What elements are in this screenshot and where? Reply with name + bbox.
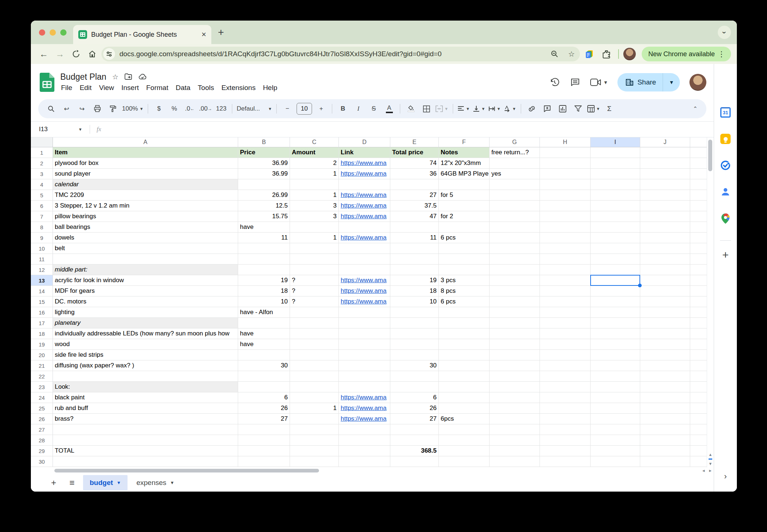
strikethrough-button[interactable]: S xyxy=(366,102,381,115)
cell-A14[interactable]: MDF for gears xyxy=(53,286,238,296)
cell-J12[interactable] xyxy=(640,265,690,275)
cell-E14[interactable]: 18 xyxy=(390,286,439,296)
cell-B2[interactable]: 36.99 xyxy=(238,158,290,169)
cell-B8[interactable]: have xyxy=(238,222,290,233)
docs-stack-icon[interactable] xyxy=(582,47,597,61)
cell-F9[interactable]: 6 pcs xyxy=(439,233,490,243)
cell-C25[interactable]: 1 xyxy=(290,403,339,414)
column-header-B[interactable]: B xyxy=(238,137,290,147)
cell-B12[interactable] xyxy=(238,265,290,275)
format-currency-button[interactable]: $ xyxy=(151,102,166,115)
cell-H23[interactable] xyxy=(540,382,591,392)
cell-J21[interactable] xyxy=(640,360,690,371)
row-header-14[interactable]: 14 xyxy=(31,286,53,296)
cell-D12[interactable] xyxy=(339,265,390,275)
cell-I24[interactable] xyxy=(591,392,640,403)
cell-F22[interactable] xyxy=(439,371,490,382)
cell-H20[interactable] xyxy=(540,350,591,360)
cell-G17[interactable] xyxy=(490,318,540,328)
fill-handle[interactable] xyxy=(638,284,642,287)
cell-B28[interactable] xyxy=(238,435,290,446)
cell-G4[interactable] xyxy=(490,179,540,190)
cell-G14[interactable] xyxy=(490,286,540,296)
cell-A16[interactable]: lighting xyxy=(53,307,238,318)
cell-H1[interactable] xyxy=(540,147,591,158)
cell-A12[interactable]: middle part: xyxy=(53,265,238,275)
cell-C2[interactable]: 2 xyxy=(290,158,339,169)
cell-I1[interactable] xyxy=(591,147,640,158)
cell-G6[interactable] xyxy=(490,201,540,211)
scroll-left-icon[interactable]: ◂ xyxy=(702,468,705,473)
cell-A5[interactable]: TMC 2209 xyxy=(53,190,238,201)
cell-H2[interactable] xyxy=(540,158,591,169)
cell-F27[interactable] xyxy=(439,424,490,435)
bold-button[interactable]: B xyxy=(335,102,351,115)
cell-A1[interactable]: Item xyxy=(53,147,238,158)
cell-E2[interactable]: 74 xyxy=(390,158,439,169)
cell-A6[interactable]: 3 Stepper, 12 v 1.2 am min xyxy=(53,201,238,211)
cell-D18[interactable] xyxy=(339,328,390,339)
cell-B16[interactable]: have - Alfon xyxy=(238,307,290,318)
cell-B20[interactable] xyxy=(238,350,290,360)
cell-J19[interactable] xyxy=(640,339,690,350)
cell-E1[interactable]: Total price xyxy=(390,147,439,158)
cell-C24[interactable] xyxy=(290,392,339,403)
cell-E21[interactable]: 30 xyxy=(390,360,439,371)
cell-A28[interactable] xyxy=(53,435,238,446)
link-D5[interactable]: https://www.ama xyxy=(341,191,387,198)
cell-G5[interactable] xyxy=(490,190,540,201)
row-header-9[interactable]: 9 xyxy=(31,233,53,243)
cell-G25[interactable] xyxy=(490,403,540,414)
cell-D17[interactable] xyxy=(339,318,390,328)
cell-I10[interactable] xyxy=(591,243,640,254)
cell-J2[interactable] xyxy=(640,158,690,169)
cell-I16[interactable] xyxy=(591,307,640,318)
cell-F29[interactable] xyxy=(439,446,490,456)
cell-B19[interactable]: have xyxy=(238,339,290,350)
font-size-input[interactable]: 10 xyxy=(297,103,312,115)
cell-D14[interactable]: https://www.ama xyxy=(339,286,390,296)
row-header-15[interactable]: 15 xyxy=(31,296,53,307)
cell-H10[interactable] xyxy=(540,243,591,254)
vertical-scrollbar[interactable]: ▲ ▼ xyxy=(707,137,714,467)
star-icon[interactable]: ☆ xyxy=(112,73,118,81)
column-header-A[interactable]: A xyxy=(53,137,238,147)
insert-comment-icon[interactable] xyxy=(540,102,555,115)
row-header-28[interactable]: 28 xyxy=(31,435,53,446)
cell-D7[interactable]: https://www.ama xyxy=(339,211,390,222)
cell-G11[interactable] xyxy=(490,254,540,265)
cell-C13[interactable]: ? xyxy=(290,275,339,286)
cell-E10[interactable] xyxy=(390,243,439,254)
row-header-5[interactable]: 5 xyxy=(31,190,53,201)
decrease-font-size-button[interactable]: − xyxy=(280,102,295,115)
cell-B6[interactable]: 12.5 xyxy=(238,201,290,211)
cell-G15[interactable] xyxy=(490,296,540,307)
hide-toolbar-chevron-icon[interactable]: ⌃ xyxy=(693,105,701,112)
cell-E28[interactable] xyxy=(390,435,439,446)
cell-C19[interactable] xyxy=(290,339,339,350)
cell-J13[interactable] xyxy=(640,275,690,286)
cell-A7[interactable]: pillow bearings xyxy=(53,211,238,222)
format-percent-button[interactable]: % xyxy=(166,102,182,115)
cell-H27[interactable] xyxy=(540,424,591,435)
link-D24[interactable]: https://www.ama xyxy=(341,394,387,401)
cell-F16[interactable] xyxy=(439,307,490,318)
menu-edit[interactable]: Edit xyxy=(76,83,96,93)
cell-E26[interactable]: 27 xyxy=(390,414,439,424)
cell-D22[interactable] xyxy=(339,371,390,382)
cell-I14[interactable] xyxy=(591,286,640,296)
cell-H29[interactable] xyxy=(540,446,591,456)
cell-D6[interactable]: https://www.ama xyxy=(339,201,390,211)
cell-H24[interactable] xyxy=(540,392,591,403)
cell-H13[interactable] xyxy=(540,275,591,286)
row-header-21[interactable]: 21 xyxy=(31,360,53,371)
cell-H3[interactable] xyxy=(540,169,591,179)
row-header-13[interactable]: 13 xyxy=(31,275,53,286)
cell-F21[interactable] xyxy=(439,360,490,371)
row-header-26[interactable]: 26 xyxy=(31,414,53,424)
row-header-24[interactable]: 24 xyxy=(31,392,53,403)
cell-D3[interactable]: https://www.ama xyxy=(339,169,390,179)
column-header-H[interactable]: H xyxy=(540,137,591,147)
bookmark-star-icon[interactable]: ☆ xyxy=(565,48,578,60)
link-D3[interactable]: https://www.ama xyxy=(341,170,387,177)
